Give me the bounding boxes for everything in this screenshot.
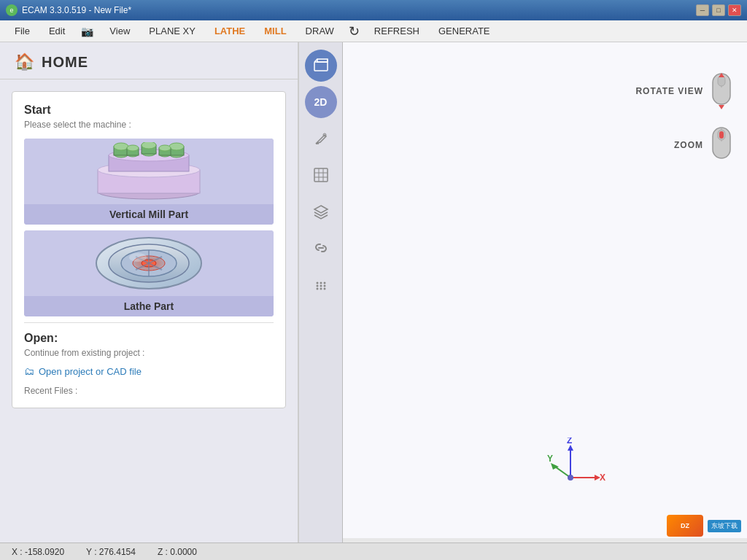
svg-point-19 (159, 145, 171, 151)
menu-mill[interactable]: MILL (255, 23, 295, 39)
divider (24, 322, 274, 323)
watermark-text: 东坡下载 (708, 520, 741, 532)
open-title: Open: (24, 332, 274, 345)
zoom-label: ZOOM (674, 140, 703, 150)
svg-text:Y: Y (547, 454, 553, 464)
menu-generate[interactable]: GENERATE (430, 23, 499, 39)
open-project-label: Open project or CAD file (39, 366, 142, 377)
link-tool-button[interactable] (305, 232, 337, 264)
open-project-link[interactable]: 🗂 Open project or CAD file (24, 365, 274, 377)
home-icon: 🏠 (15, 52, 34, 71)
lathe-part-image (24, 230, 274, 296)
svg-text:Z: Z (567, 438, 572, 446)
open-subtitle: Continue from existing project : (24, 348, 274, 358)
menubar: File Edit 📷 View PLANE XY LATHE MILL DRA… (0, 20, 747, 42)
svg-point-16 (127, 145, 139, 151)
menu-planexy[interactable]: PLANE XY (140, 23, 204, 39)
coord-y: Y : 276.4154 (86, 547, 136, 557)
open-folder-icon: 🗂 (24, 365, 34, 377)
menu-view[interactable]: View (101, 23, 139, 39)
zoom-mouse-icon (711, 125, 732, 165)
axes-indicator: Z X Y (547, 438, 605, 499)
menu-lathe[interactable]: LATHE (206, 23, 254, 39)
draw-tool-button[interactable] (305, 122, 337, 155)
mill-part-image (24, 139, 274, 204)
home-header: 🏠 HOME (0, 42, 298, 79)
svg-point-10 (142, 142, 156, 149)
svg-marker-62 (568, 445, 573, 451)
coord-x: X : -158.0920 (12, 547, 64, 557)
refresh-icon[interactable]: ↻ (344, 22, 364, 41)
watermark-logo: DZ (667, 515, 703, 537)
svg-point-43 (316, 282, 318, 284)
rotate-view-label: ROTATE VIEW (635, 86, 703, 96)
2d-view-button[interactable]: 2D (305, 86, 337, 118)
rotate-mouse-icon (711, 71, 732, 111)
svg-point-48 (323, 285, 325, 287)
rotate-view-control: ROTATE VIEW (635, 71, 732, 111)
maximize-button[interactable]: □ (712, 4, 725, 16)
svg-point-51 (323, 288, 325, 290)
svg-point-44 (320, 282, 322, 284)
coord-z: Z : 0.0000 (158, 547, 197, 557)
mill-label: Vertical Mill Part (24, 204, 274, 225)
camera-icon[interactable]: 📷 (75, 23, 99, 40)
svg-marker-33 (317, 59, 328, 62)
watermark: DZ 东坡下载 (667, 515, 741, 537)
svg-point-28 (129, 253, 147, 262)
svg-marker-56 (719, 105, 724, 109)
minimize-button[interactable]: ─ (696, 4, 709, 16)
menu-edit[interactable]: Edit (40, 23, 74, 39)
2d-label: 2D (314, 96, 328, 108)
svg-rect-29 (314, 62, 328, 71)
svg-point-50 (320, 288, 322, 290)
lathe-label: Lathe Part (24, 296, 274, 316)
svg-point-47 (320, 285, 322, 287)
viewport[interactable]: ROTATE VIEW ZOOM (343, 42, 747, 542)
menu-refresh[interactable]: REFRESH (365, 23, 428, 39)
svg-rect-37 (314, 168, 328, 182)
svg-point-49 (316, 288, 318, 290)
app-icon: e (6, 4, 18, 16)
svg-point-46 (316, 285, 318, 287)
svg-point-70 (568, 475, 573, 481)
recent-files-label: Recent Files : (24, 386, 274, 396)
lathe-button[interactable]: Lathe Part (24, 230, 274, 316)
3d-view-button[interactable] (305, 50, 337, 82)
svg-point-13 (169, 143, 184, 150)
svg-point-45 (323, 282, 325, 284)
svg-point-7 (114, 143, 128, 150)
view-controls: ROTATE VIEW ZOOM (635, 71, 732, 165)
start-title: Start (24, 104, 274, 117)
svg-text:X: X (600, 472, 605, 483)
zoom-control: ZOOM (674, 125, 732, 165)
svg-rect-60 (719, 131, 724, 139)
svg-rect-54 (718, 76, 725, 86)
bottom-ruler (343, 538, 747, 542)
titlebar: e ECAM 3.3.0.519 - New File* ─ □ ✕ (0, 0, 747, 20)
menu-file[interactable]: File (6, 23, 39, 39)
toolbar: 2D (299, 42, 343, 542)
layers-tool-button[interactable] (305, 195, 337, 228)
statusbar: X : -158.0920 Y : 276.4154 Z : 0.0000 (0, 542, 747, 560)
window-title: ECAM 3.3.0.519 - New File* (22, 5, 696, 15)
home-title: HOME (42, 54, 88, 71)
vertical-mill-button[interactable]: Vertical Mill Part (24, 139, 274, 225)
window-controls: ─ □ ✕ (696, 4, 741, 16)
grid-tool-button[interactable] (305, 268, 337, 300)
menu-draw[interactable]: DRAW (297, 23, 343, 39)
close-button[interactable]: ✕ (728, 4, 741, 16)
start-card: Start Please select the machine : (12, 91, 286, 408)
left-panel: 🏠 HOME Start Please select the machine : (0, 42, 299, 542)
start-subtitle: Please select the machine : (24, 120, 274, 130)
main-area: 🏠 HOME Start Please select the machine : (0, 42, 747, 542)
frame-tool-button[interactable] (305, 159, 337, 191)
